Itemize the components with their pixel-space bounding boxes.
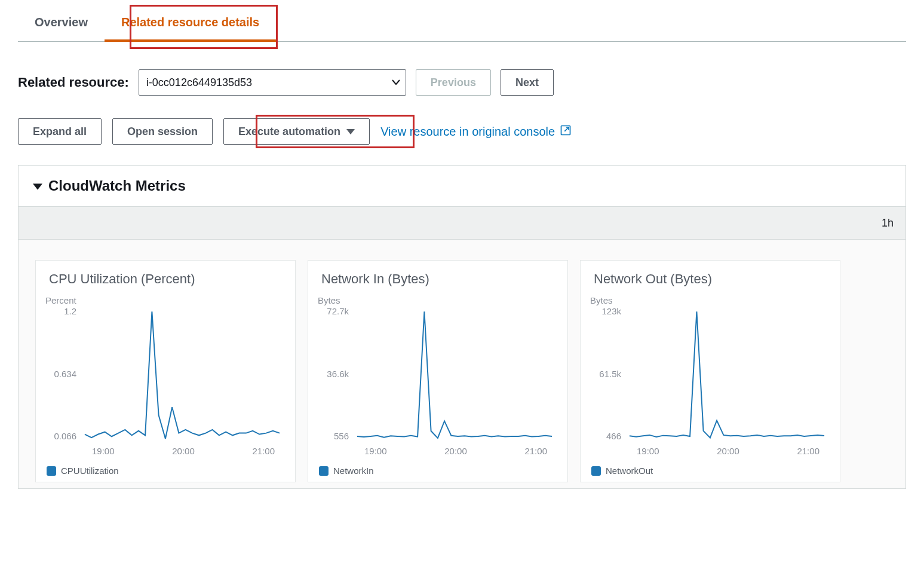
cloudwatch-metrics-panel: CloudWatch Metrics 1h CPU Utilization (P… <box>18 165 906 489</box>
chart-svg <box>627 309 827 442</box>
chart-unit: Bytes <box>318 295 558 305</box>
view-resource-original-console-link[interactable]: View resource in original console <box>380 124 572 139</box>
resource-select[interactable]: i-0cc012c6449135d53 <box>139 69 406 96</box>
related-resource-row: Related resource: i-0cc012c6449135d53 Pr… <box>18 69 906 96</box>
legend-swatch <box>319 466 329 476</box>
legend-swatch <box>47 466 56 476</box>
caret-down-icon <box>346 126 355 138</box>
open-session-button[interactable]: Open session <box>112 118 213 145</box>
panel-title: CloudWatch Metrics <box>48 178 186 194</box>
chart-legend: CPUUtilization <box>47 466 286 476</box>
view-resource-link-label: View resource in original console <box>380 125 555 139</box>
tab-overview[interactable]: Overview <box>18 5 105 41</box>
chart-svg <box>355 309 554 442</box>
plot-area: 72.7k 36.6k 556 19:00 20:00 21:00 <box>319 307 558 462</box>
legend-label: NetworkOut <box>606 466 653 476</box>
tab-related-resource-details[interactable]: Related resource details <box>105 5 276 41</box>
chart-title: CPU Utilization (Percent) <box>49 271 286 287</box>
expand-all-button[interactable]: Expand all <box>18 118 102 145</box>
external-link-icon <box>560 124 572 139</box>
panel-body: 1h CPU Utilization (Percent) Percent 1.2… <box>19 206 905 488</box>
tabs-bar: Overview Related resource details <box>18 5 906 42</box>
chart-unit: Percent <box>45 295 286 305</box>
charts-container: CPU Utilization (Percent) Percent 1.2 0.… <box>19 240 905 488</box>
actions-row: Expand all Open session Execute automati… <box>18 118 906 145</box>
plot-area: 123k 61.5k 466 19:00 20:00 21:00 <box>591 307 830 462</box>
y-axis-labels: 123k 61.5k 466 <box>591 307 625 441</box>
legend-label: NetworkIn <box>333 466 374 476</box>
execute-automation-label: Execute automation <box>238 126 340 138</box>
previous-button[interactable]: Previous <box>416 69 491 96</box>
chart-network-out: Network Out (Bytes) Bytes 123k 61.5k 466… <box>580 260 840 482</box>
chart-network-in: Network In (Bytes) Bytes 72.7k 36.6k 556… <box>308 260 568 482</box>
y-axis-labels: 1.2 0.634 0.066 <box>47 307 80 441</box>
time-range-toolbar: 1h <box>19 206 905 240</box>
legend-swatch <box>591 466 601 476</box>
chart-svg <box>82 309 282 442</box>
execute-automation-button[interactable]: Execute automation <box>223 118 370 145</box>
chart-legend: NetworkIn <box>319 466 558 476</box>
caret-down-icon <box>33 178 42 194</box>
resource-select-wrap: i-0cc012c6449135d53 <box>139 69 406 96</box>
panel-header[interactable]: CloudWatch Metrics <box>19 166 905 206</box>
y-axis-labels: 72.7k 36.6k 556 <box>319 307 352 441</box>
legend-label: CPUUtilization <box>61 466 119 476</box>
related-resource-label: Related resource: <box>18 75 129 90</box>
chart-title: Network In (Bytes) <box>321 271 558 287</box>
time-range-value[interactable]: 1h <box>882 217 894 230</box>
chart-title: Network Out (Bytes) <box>594 271 830 287</box>
chart-unit: Bytes <box>590 295 830 305</box>
plot-area: 1.2 0.634 0.066 19:00 20:00 21:00 <box>47 307 286 462</box>
next-button[interactable]: Next <box>501 69 554 96</box>
chart-legend: NetworkOut <box>591 466 830 476</box>
chart-cpu-utilization: CPU Utilization (Percent) Percent 1.2 0.… <box>35 260 296 482</box>
x-axis-labels: 19:00 20:00 21:00 <box>357 446 554 456</box>
x-axis-labels: 19:00 20:00 21:00 <box>630 446 827 456</box>
x-axis-labels: 19:00 20:00 21:00 <box>85 446 282 456</box>
